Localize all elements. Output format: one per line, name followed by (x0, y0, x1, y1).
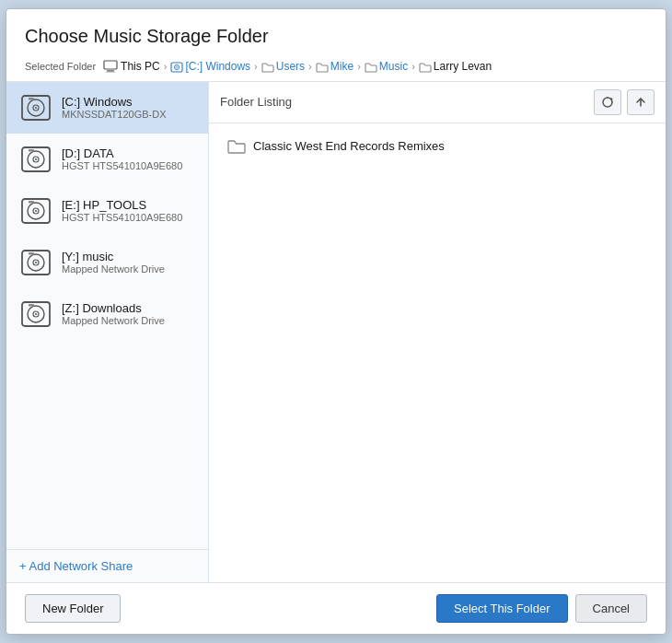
new-folder-button[interactable]: New Folder (25, 594, 121, 623)
up-button[interactable] (627, 89, 655, 115)
svg-marker-31 (611, 97, 614, 99)
drive-sub-0: MKNSSDAT120GB-DX (62, 109, 167, 120)
drive-item-1[interactable]: [D:] DATA HGST HTS541010A9E680 (6, 134, 208, 185)
disk-svg-4 (19, 298, 52, 331)
disk-svg-0 (19, 91, 52, 124)
folder-icon-small-3 (419, 62, 432, 73)
svg-rect-20 (29, 201, 34, 204)
svg-rect-10 (29, 98, 34, 100)
drive-name-4: [Z:] Downloads (62, 301, 165, 315)
folder-item-name-0: Classic West End Records Remixes (253, 139, 445, 153)
svg-rect-15 (29, 149, 34, 152)
drive-icon-4 (19, 298, 52, 331)
drive-info-4: [Z:] Downloads Mapped Network Drive (62, 301, 165, 326)
folder-icon-small-1 (316, 62, 329, 73)
selected-folder-label: Selected Folder (25, 61, 96, 72)
svg-rect-30 (29, 304, 34, 307)
drive-icon-1 (19, 143, 52, 176)
drive-item-0[interactable]: [C:] Windows MKNSSDAT120GB-DX (6, 82, 208, 134)
dialog-footer: New Folder Select This Folder Cancel (6, 583, 666, 634)
breadcrumb-sep-4: › (411, 61, 415, 72)
folder-icon-0 (227, 138, 246, 155)
folder-list: Classic West End Records Remixes (209, 123, 666, 582)
breadcrumb-c-windows[interactable]: [C:] Windows (170, 60, 250, 74)
breadcrumb-users[interactable]: Users (261, 60, 305, 73)
drive-name-2: [E:] HP_TOOLS (62, 198, 182, 212)
drive-sub-4: Mapped Network Drive (62, 315, 165, 326)
drive-icon-2 (19, 194, 52, 228)
breadcrumb: This PC › [C:] Windows › Users › (103, 60, 492, 74)
drive-icon-0 (19, 91, 52, 124)
folder-toolbar: Folder Listing (209, 82, 666, 123)
breadcrumb-music[interactable]: Music (365, 60, 408, 73)
breadcrumb-mike[interactable]: Mike (316, 60, 353, 73)
drive-sub-3: Mapped Network Drive (62, 263, 165, 275)
breadcrumb-sep-1: › (254, 61, 258, 72)
drive-info-3: [Y:] music Mapped Network Drive (62, 250, 165, 275)
breadcrumb-sep-3: › (357, 61, 361, 72)
drive-info-2: [E:] HP_TOOLS HGST HTS541010A9E680 (62, 198, 182, 223)
choose-folder-dialog: Choose Music Storage Folder Selected Fol… (6, 8, 666, 635)
svg-rect-25 (29, 252, 34, 255)
pc-icon (103, 60, 118, 73)
drive-info-1: [D:] DATA HGST HTS541010A9E680 (62, 146, 182, 171)
sidebar: [C:] Windows MKNSSDAT120GB-DX (6, 82, 209, 582)
disk-svg-1 (19, 143, 52, 176)
sidebar-drives: [C:] Windows MKNSSDAT120GB-DX (6, 82, 208, 549)
drive-icon-small (170, 61, 183, 74)
breadcrumb-sep-2: › (308, 61, 312, 72)
refresh-button[interactable] (594, 89, 621, 115)
drive-item-2[interactable]: [E:] HP_TOOLS HGST HTS541010A9E680 (6, 185, 208, 237)
drive-sub-1: HGST HTS541010A9E680 (62, 160, 182, 171)
folder-icon-small-2 (365, 62, 377, 73)
svg-point-9 (35, 107, 37, 109)
folder-icon-small-0 (261, 62, 274, 73)
drive-icon-3 (19, 246, 52, 279)
svg-point-19 (35, 210, 37, 212)
refresh-icon (601, 96, 614, 109)
disk-svg-2 (19, 194, 52, 228)
breadcrumb-larry-levan: Larry Levan (419, 60, 492, 73)
folder-item-0[interactable]: Classic West End Records Remixes (220, 133, 655, 160)
disk-svg-3 (19, 246, 52, 279)
drive-name-1: [D:] DATA (62, 146, 182, 160)
drive-item-3[interactable]: [Y:] music Mapped Network Drive (6, 237, 208, 288)
main-content: [C:] Windows MKNSSDAT120GB-DX (6, 81, 666, 583)
svg-point-24 (35, 262, 37, 263)
svg-point-29 (35, 313, 37, 315)
breadcrumb-thispc[interactable]: This PC (103, 60, 160, 73)
select-folder-button[interactable]: Select This Folder (436, 594, 568, 623)
folder-listing-label: Folder Listing (220, 95, 588, 109)
breadcrumb-sep-0: › (164, 61, 168, 72)
drive-item-4[interactable]: [Z:] Downloads Mapped Network Drive (6, 288, 208, 340)
folder-panel: Folder Listing (209, 82, 666, 582)
drive-name-0: [C:] Windows (62, 95, 167, 109)
drive-info-0: [C:] Windows MKNSSDAT120GB-DX (62, 95, 167, 120)
dialog-title: Choose Music Storage Folder (6, 9, 666, 56)
selected-folder-bar: Selected Folder This PC › [C:] Windows › (6, 56, 666, 81)
drive-sub-2: HGST HTS541010A9E680 (62, 212, 182, 223)
cancel-button[interactable]: Cancel (575, 594, 647, 623)
add-network-share-button[interactable]: + Add Network Share (19, 559, 133, 573)
sidebar-footer: + Add Network Share (6, 549, 208, 582)
up-arrow-icon (634, 96, 647, 109)
svg-rect-2 (106, 72, 115, 73)
svg-point-5 (177, 66, 179, 68)
drive-name-3: [Y:] music (62, 250, 165, 263)
svg-point-14 (35, 158, 37, 160)
svg-rect-0 (104, 61, 117, 69)
